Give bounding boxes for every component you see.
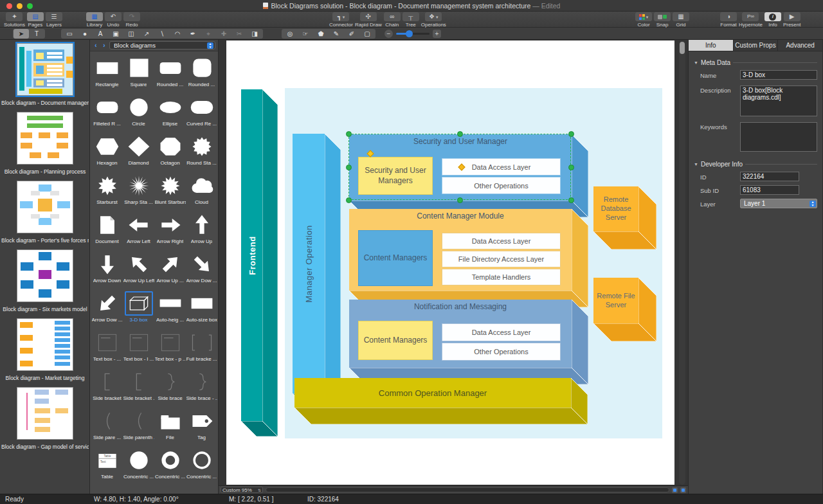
shape-arrow-dow-[interactable]: Arrow Dow ... [186, 250, 217, 289]
remote-server-box[interactable]: RemoteDatabaseServer [593, 186, 656, 249]
shape-hexagon[interactable]: Hexagon [91, 132, 123, 172]
tree-button[interactable]: ┬Tree [402, 12, 419, 28]
layers-button[interactable]: ☰Layers [46, 12, 62, 28]
selection-handle[interactable] [568, 131, 574, 137]
remote-server-box[interactable]: Remote FileServer [593, 278, 656, 341]
shape-side-brace[interactable]: Side brace [154, 368, 186, 407]
hscroll-button-1[interactable] [672, 487, 678, 493]
shape-arrow-down[interactable]: Arrow Down [91, 250, 123, 289]
meta-data-section-header[interactable]: ▼ Meta Data [694, 59, 817, 66]
shape-rounded-[interactable]: Rounded ... [154, 54, 186, 93]
developer-info-section-header[interactable]: ▼ Developer Info [694, 161, 817, 168]
shape-auto-size-box[interactable]: Auto-size box [186, 289, 217, 328]
id-field[interactable] [740, 172, 799, 181]
shape-concentric-[interactable]: Concentric ... [123, 446, 154, 485]
shape-ellipse[interactable]: Ellipse [154, 93, 186, 132]
selection-handle[interactable] [346, 165, 352, 170]
redo-button[interactable]: ↷Redo [123, 12, 140, 28]
text-frame-tool[interactable]: T [29, 29, 44, 39]
shape-cloud[interactable]: Cloud [186, 172, 217, 211]
shape-text-box-l-[interactable]: Text box - l ... [123, 328, 154, 368]
brush-tool[interactable]: ✐ [344, 29, 359, 39]
shape-full-bracke-[interactable]: Full bracke ... [186, 328, 217, 368]
shape-circle[interactable]: Circle [123, 93, 154, 132]
shape-square[interactable]: Square [123, 54, 154, 93]
connector-button[interactable]: ┓▾Connector [329, 12, 353, 28]
shape-side-brace-[interactable]: Side brace - ... [186, 368, 217, 407]
pages-button[interactable]: ▤Pages [27, 12, 44, 28]
color-button[interactable]: ▾Color [635, 12, 652, 28]
shape-blunt-starburst[interactable]: Blunt Starburst [154, 172, 186, 211]
callout-tool[interactable]: ◫ [123, 29, 139, 39]
thumbnail-image[interactable] [17, 249, 73, 302]
subid-field[interactable] [740, 185, 799, 195]
library-dropdown[interactable]: Block diagrams ▲▼ [109, 41, 215, 50]
info-button[interactable]: iInfo [764, 12, 781, 28]
module-row[interactable]: Data Access Layer [442, 323, 561, 341]
chevron-left-icon[interactable]: ‹ [93, 42, 99, 49]
thumbnail-image[interactable] [17, 318, 73, 371]
text-tool[interactable]: A [93, 29, 108, 39]
shape-text-box-p-[interactable]: Text box - p ... [154, 328, 186, 368]
vertical-scrollbar[interactable] [679, 41, 685, 485]
module-content[interactable]: Content Manager ModuleContent ManagersDa… [349, 209, 588, 307]
sample-thumbnail[interactable]: Block diagram - Planning process [0, 112, 90, 181]
shape-concentric-[interactable]: Concentric ... [186, 446, 217, 485]
module-row[interactable]: Other Operations [442, 343, 561, 361]
selection-handle[interactable] [568, 165, 574, 170]
shape-side-parenth-[interactable]: Side parenth ... [123, 407, 154, 446]
shape-arrow-up-[interactable]: Arrow Up ... [154, 250, 186, 289]
stamp-tool[interactable]: ⬟ [313, 29, 329, 39]
drawing-page[interactable]: FrontendManager OperationSecurity and Us… [226, 40, 674, 485]
select-tool[interactable]: ➤ [14, 29, 29, 39]
hypernote-button[interactable]: P∞Hypernote [739, 12, 763, 28]
ellipse-tool[interactable]: ● [77, 29, 93, 39]
sample-thumbnail[interactable]: Block diagram - Porter's five forces mod… [0, 181, 90, 249]
shape-tag[interactable]: Tag [186, 407, 217, 446]
shape-text-box-[interactable]: Text box - ... [91, 328, 123, 368]
chain-button[interactable]: ∞Chain [384, 12, 401, 28]
pencil-tool[interactable]: ✎ [329, 29, 344, 39]
shape-side-bracket-[interactable]: Side bracket ... [123, 368, 154, 407]
shape-table[interactable]: TableTextTable [91, 446, 123, 485]
sample-thumbnail[interactable]: Block diagram - Document management... [0, 43, 90, 112]
shape-partial[interactable] [186, 485, 217, 494]
layer-select[interactable]: Layer 1 ▲▼ [740, 199, 817, 208]
shape-sharp-sta-[interactable]: Sharp Sta ... [123, 172, 154, 211]
shape-3-d-box[interactable]: 3-D box [123, 289, 154, 328]
shape-filleted-r-[interactable]: Filleted R ... [91, 93, 123, 132]
shape-diamond[interactable]: Diamond [123, 132, 154, 172]
chevron-right-icon[interactable]: › [101, 42, 107, 49]
split-tool[interactable]: ✂ [231, 29, 247, 39]
shape-arrow-left[interactable]: Arrow Left [123, 211, 154, 250]
solutions-button[interactable]: ✦Solutions [4, 12, 25, 28]
present-button[interactable]: ▶Present [783, 12, 801, 28]
module-row[interactable]: File Directory Access Layer [442, 251, 561, 267]
shape-concentric-[interactable]: Concentric ... [154, 446, 186, 485]
library-button[interactable]: ▦Library [86, 12, 103, 28]
thumbnail-image[interactable] [17, 181, 73, 233]
add-node-tool[interactable]: ✚ [216, 29, 231, 39]
shape-side-bracket[interactable]: Side bracket [91, 368, 123, 407]
shape-partial[interactable] [91, 485, 123, 494]
module-left-box[interactable]: Content Managers [358, 230, 433, 286]
shape-document[interactable]: Document [91, 211, 123, 250]
thumbnail-image[interactable] [17, 387, 73, 440]
shape-partial[interactable] [154, 485, 186, 494]
keywords-field[interactable] [740, 122, 817, 152]
tab-advanced[interactable]: Advanced [778, 40, 822, 51]
rapid-draw-button[interactable]: ✣Rapid Draw [355, 12, 382, 28]
format-button[interactable]: ◑Format [720, 12, 737, 28]
shape-side-pare-[interactable]: Side pare ... [91, 407, 123, 446]
zoom-tool[interactable]: ◎ [282, 29, 298, 39]
description-field[interactable]: 3-D box[Block diagrams.cdl] [740, 86, 817, 116]
tab-info[interactable]: Info [689, 40, 734, 51]
zoom-level-select[interactable]: Custom 95% ⇅ [221, 487, 263, 493]
snap-button[interactable]: Snap [654, 12, 671, 28]
zoom-out-button[interactable]: − [384, 30, 393, 38]
module-notification[interactable]: Notification and MessagingContent Manage… [349, 300, 588, 384]
hscroll-button-2[interactable] [680, 487, 686, 493]
module-row[interactable]: Data Access Layer [442, 233, 561, 249]
shape-partial[interactable] [123, 485, 154, 494]
operations-button[interactable]: ❖▾Operations [421, 12, 446, 28]
